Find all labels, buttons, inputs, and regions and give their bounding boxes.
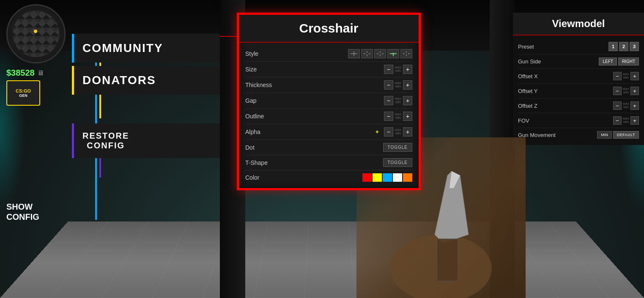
donators-accent — [72, 66, 74, 95]
thickness-plus[interactable]: + — [403, 80, 412, 90]
vm-offset-x-row: Offset X − MAXMIN + — [518, 69, 639, 84]
logo-csgo: CS:GO — [16, 88, 31, 93]
vm-offset-z-label: Offset Z — [518, 103, 537, 109]
color-swatch-red[interactable] — [362, 173, 372, 182]
viewmodel-panel: Viewmodel Preset 1 2 3 Gun Side LEFT RIG… — [513, 13, 644, 145]
offset-y-plus[interactable]: + — [630, 87, 639, 95]
color-swatch-white[interactable] — [393, 173, 402, 182]
preset-btn-2[interactable]: 2 — [619, 42, 628, 51]
gap-label: Gap — [245, 97, 279, 104]
color-swatch-blue[interactable] — [383, 173, 392, 182]
money-icon: 🖥 — [37, 69, 44, 77]
vm-preset-label: Preset — [518, 44, 534, 50]
crosshair-dot-row: Dot TOGGLE — [245, 140, 412, 155]
thickness-controls: − MAXMIN + — [384, 80, 412, 90]
outline-controls: − MAXMIN + — [384, 112, 412, 121]
gap-minus[interactable]: − — [384, 96, 393, 105]
preset-btn-3[interactable]: 3 — [630, 42, 639, 51]
crosshair-tshape-row: T-Shape TOGGLE — [245, 155, 412, 170]
vm-offset-z-row: Offset Z − MAXMIN + — [518, 98, 639, 113]
offset-x-plus[interactable]: + — [630, 72, 639, 80]
vm-offset-x-label: Offset X — [518, 73, 538, 79]
floor — [0, 221, 644, 298]
fov-plus[interactable]: + — [630, 116, 639, 125]
donators-label: DONATORS — [82, 74, 156, 87]
tshape-label: T-Shape — [245, 159, 279, 166]
thickness-label: Thickness — [245, 82, 279, 88]
donators-button[interactable]: DONATORS — [72, 66, 220, 95]
style-btn-4[interactable] — [400, 49, 412, 58]
crosshair-alpha-row: Alpha ✦ − MAXMIN + — [245, 124, 412, 140]
style-btn-1[interactable] — [361, 49, 373, 58]
tshape-controls: TOGGLE — [383, 158, 413, 167]
size-minus[interactable]: − — [384, 65, 393, 74]
vm-offset-y-row: Offset Y − MAXMIN + — [518, 84, 639, 98]
crosshair-gap-row: Gap − MAXMIN + — [245, 93, 412, 109]
size-label: Size — [245, 66, 279, 73]
restore-config-button[interactable]: RESTORECONFIG — [72, 123, 220, 158]
preset-btn-1[interactable]: 1 — [608, 42, 618, 51]
csgo-logo: CS:GO GEN — [6, 80, 40, 106]
size-controls: − MAXMIN + — [384, 65, 412, 74]
dot-label: Dot — [245, 144, 279, 151]
color-swatches — [362, 173, 412, 182]
style-btn-2[interactable] — [374, 49, 386, 58]
thickness-minus[interactable]: − — [384, 80, 393, 90]
community-button[interactable]: COMMUNITY — [72, 34, 220, 63]
offset-z-plus[interactable]: + — [630, 101, 639, 110]
alpha-plus[interactable]: + — [403, 127, 412, 137]
color-swatch-yellow[interactable] — [373, 173, 382, 182]
svg-rect-19 — [437, 239, 458, 281]
style-btn-3[interactable] — [387, 49, 399, 58]
vm-gun-side-label: Gun Side — [518, 58, 541, 65]
gun-side-right-button[interactable]: RIGHT — [618, 57, 639, 66]
offset-x-minmax: MAXMIN — [623, 73, 629, 79]
crosshair-color-row: Color — [245, 170, 412, 185]
alpha-label: Alpha — [245, 128, 279, 135]
vm-offset-y-controls: − MAXMIN + — [613, 87, 639, 95]
vm-offset-z-controls: − MAXMIN + — [613, 101, 639, 110]
fov-minus[interactable]: − — [613, 116, 622, 125]
crosshair-panel: Crosshair Style — [237, 13, 421, 190]
gun-movement-default-button[interactable]: DEFAULT — [613, 131, 639, 139]
vm-gun-side-controls: LEFT RIGHT — [599, 57, 639, 66]
size-plus[interactable]: + — [403, 65, 412, 74]
gap-plus[interactable]: + — [403, 96, 412, 105]
gun-side-left-button[interactable]: LEFT — [599, 57, 617, 66]
color-swatch-orange[interactable] — [403, 173, 412, 182]
alpha-dot: ✦ — [375, 128, 380, 135]
restore-accent — [72, 123, 74, 158]
vm-gun-side-row: Gun Side LEFT RIGHT — [518, 55, 639, 69]
dot-controls: TOGGLE — [383, 143, 413, 152]
tshape-toggle-button[interactable]: TOGGLE — [383, 158, 413, 167]
gap-minmax: MAXMIN — [395, 97, 401, 104]
dot-toggle-button[interactable]: TOGGLE — [383, 143, 413, 152]
gun-movement-min-button[interactable]: MIN — [597, 131, 612, 139]
left-hud: $38528 🖥 CS:GO GEN — [6, 4, 66, 106]
crosshair-style-row: Style — [245, 46, 412, 62]
logo-gen: GEN — [19, 93, 27, 98]
style-controls — [348, 49, 412, 58]
vm-gun-movement-row: Gun Movement MIN DEFAULT — [518, 128, 639, 142]
offset-z-minus[interactable]: − — [613, 101, 622, 110]
outline-minmax: MAXMIN — [395, 113, 401, 119]
show-config-label: SHOWCONFIG — [6, 202, 39, 222]
vm-fov-label: FOV — [518, 118, 529, 124]
alpha-minus[interactable]: − — [384, 127, 393, 137]
offset-x-minus[interactable]: − — [613, 72, 622, 80]
minimap — [6, 4, 66, 63]
money-amount: $38528 — [6, 68, 35, 78]
offset-y-minus[interactable]: − — [613, 87, 622, 95]
gap-controls: − MAXMIN + — [384, 96, 412, 105]
crosshair-title: Crosshair — [239, 15, 419, 43]
outline-minus[interactable]: − — [384, 112, 393, 121]
style-label: Style — [245, 50, 279, 57]
vm-gun-movement-controls: MIN DEFAULT — [597, 131, 639, 139]
thickness-minmax: MAXMIN — [395, 82, 401, 88]
outline-plus[interactable]: + — [403, 112, 412, 121]
minimap-map — [13, 11, 59, 57]
alpha-controls: ✦ − MAXMIN + — [375, 127, 412, 137]
style-btn-0[interactable] — [348, 49, 360, 58]
vm-preset-controls: 1 2 3 — [608, 42, 639, 51]
fov-minmax: MAXMIN — [623, 117, 629, 123]
